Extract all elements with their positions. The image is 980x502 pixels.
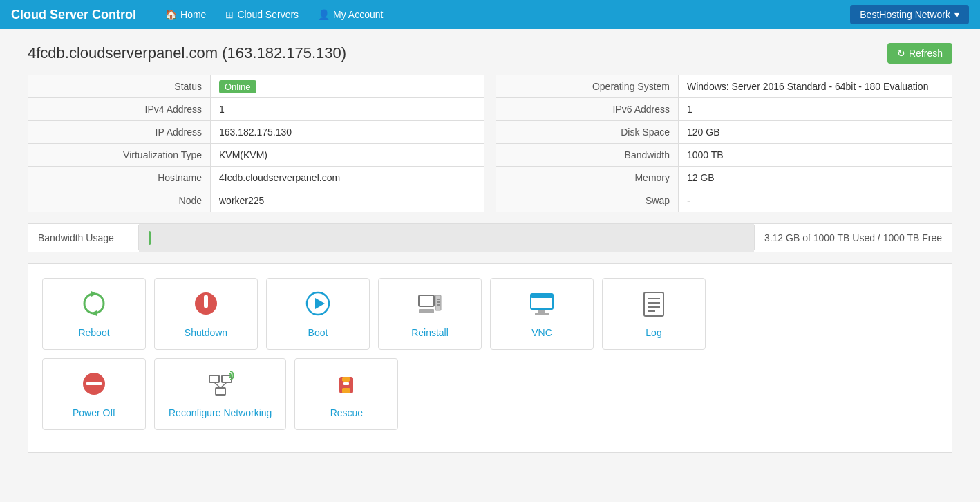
svg-rect-13 bbox=[531, 294, 553, 298]
nav-my-account[interactable]: 👤 My Account bbox=[310, 5, 391, 24]
table-row: Status Online bbox=[28, 75, 484, 98]
page-title: 4fcdb.cloudserverpanel.com (163.182.175.… bbox=[28, 44, 346, 62]
svg-rect-6 bbox=[419, 295, 434, 306]
svg-rect-14 bbox=[538, 310, 545, 313]
grid-icon: ⊞ bbox=[225, 9, 234, 20]
svg-marker-0 bbox=[91, 291, 97, 297]
bandwidth-bar-container bbox=[139, 224, 754, 252]
svg-rect-30 bbox=[342, 388, 350, 393]
network-dropdown[interactable]: BestHosting Network ▾ bbox=[850, 5, 969, 24]
reinstall-icon bbox=[416, 290, 444, 322]
rescue-icon bbox=[332, 370, 360, 402]
boot-button[interactable]: Boot bbox=[266, 278, 370, 350]
left-info-table: Status Online IPv4 Address 1 IP Address … bbox=[28, 75, 484, 212]
svg-marker-1 bbox=[91, 310, 97, 316]
svg-rect-31 bbox=[339, 381, 343, 387]
navbar: Cloud Server Control 🏠 Home ⊞ Cloud Serv… bbox=[0, 0, 980, 29]
log-button[interactable]: Log bbox=[602, 278, 706, 350]
reconfigure-networking-button[interactable]: Reconfigure Networking bbox=[154, 358, 286, 430]
table-row: IPv6 Address 1 bbox=[496, 98, 952, 121]
table-row: IPv4 Address 1 bbox=[28, 98, 484, 121]
table-row: Virtualization Type KVM(KVM) bbox=[28, 144, 484, 167]
svg-rect-22 bbox=[86, 382, 102, 385]
log-label: Log bbox=[646, 327, 661, 338]
network-icon bbox=[207, 370, 234, 402]
refresh-icon: ↻ bbox=[897, 48, 905, 59]
boot-icon bbox=[304, 290, 332, 322]
svg-rect-15 bbox=[535, 313, 549, 315]
main-content: 4fcdb.cloudserverpanel.com (163.182.175.… bbox=[0, 29, 980, 502]
svg-line-27 bbox=[220, 382, 227, 388]
chevron-down-icon: ▾ bbox=[954, 9, 959, 20]
reboot-label: Reboot bbox=[78, 327, 109, 338]
page-header: 4fcdb.cloudserverpanel.com (163.182.175.… bbox=[28, 43, 952, 64]
bandwidth-bar-fill bbox=[149, 231, 151, 245]
table-row: Operating System Windows: Server 2016 St… bbox=[496, 75, 952, 98]
reconfigure-networking-label: Reconfigure Networking bbox=[169, 407, 272, 418]
actions-row-1: Reboot Shutdown Boot bbox=[42, 278, 938, 350]
svg-marker-5 bbox=[315, 298, 325, 309]
home-icon: 🏠 bbox=[165, 9, 177, 20]
svg-rect-33 bbox=[343, 382, 349, 385]
svg-rect-25 bbox=[216, 388, 225, 395]
shutdown-icon bbox=[192, 290, 220, 322]
svg-rect-7 bbox=[419, 309, 434, 313]
info-section: Status Online IPv4 Address 1 IP Address … bbox=[28, 75, 952, 212]
svg-rect-32 bbox=[349, 381, 353, 387]
table-row: Bandwidth 1000 TB bbox=[496, 144, 952, 167]
svg-rect-23 bbox=[209, 375, 219, 382]
poweroff-label: Power Off bbox=[73, 407, 115, 418]
vnc-icon bbox=[528, 290, 556, 322]
reinstall-button[interactable]: Reinstall bbox=[378, 278, 482, 350]
poweroff-icon bbox=[80, 370, 108, 402]
refresh-button[interactable]: ↻ Refresh bbox=[887, 43, 952, 64]
table-row: Hostname 4fcdb.cloudserverpanel.com bbox=[28, 167, 484, 189]
table-row: Disk Space 120 GB bbox=[496, 121, 952, 144]
svg-rect-3 bbox=[204, 295, 208, 308]
table-row: Node worker225 bbox=[28, 189, 484, 212]
vnc-label: VNC bbox=[531, 327, 552, 338]
status-badge: Online bbox=[219, 80, 256, 93]
navbar-links: 🏠 Home ⊞ Cloud Servers 👤 My Account bbox=[157, 5, 850, 24]
brand-title: Cloud Server Control bbox=[11, 8, 136, 22]
rescue-button[interactable]: Rescue bbox=[294, 358, 398, 430]
bandwidth-text: 3.12 GB of 1000 TB Used / 1000 TB Free bbox=[754, 225, 952, 250]
reboot-icon bbox=[80, 290, 108, 322]
reboot-button[interactable]: Reboot bbox=[42, 278, 146, 350]
svg-rect-16 bbox=[644, 292, 663, 316]
svg-rect-8 bbox=[435, 295, 441, 310]
right-info-table: Operating System Windows: Server 2016 St… bbox=[496, 75, 952, 212]
vnc-button[interactable]: VNC bbox=[490, 278, 594, 350]
table-row: IP Address 163.182.175.130 bbox=[28, 121, 484, 144]
table-row: Swap - bbox=[496, 189, 952, 212]
reinstall-label: Reinstall bbox=[411, 327, 449, 338]
actions-row-2: Power Off Reconfigure Networking bbox=[42, 358, 938, 430]
nav-home[interactable]: 🏠 Home bbox=[157, 5, 214, 24]
poweroff-button[interactable]: Power Off bbox=[42, 358, 146, 430]
svg-line-26 bbox=[214, 382, 220, 388]
user-icon: 👤 bbox=[318, 9, 330, 20]
shutdown-label: Shutdown bbox=[185, 327, 227, 338]
table-row: Memory 12 GB bbox=[496, 167, 952, 189]
nav-cloud-servers[interactable]: ⊞ Cloud Servers bbox=[217, 5, 307, 24]
shutdown-button[interactable]: Shutdown bbox=[154, 278, 258, 350]
actions-section: Reboot Shutdown Boot bbox=[28, 263, 952, 453]
bandwidth-label: Bandwidth Usage bbox=[28, 225, 139, 250]
boot-label: Boot bbox=[308, 327, 328, 338]
rescue-label: Rescue bbox=[330, 407, 363, 418]
bandwidth-section: Bandwidth Usage 3.12 GB of 1000 TB Used … bbox=[28, 223, 952, 252]
log-icon bbox=[640, 290, 668, 322]
